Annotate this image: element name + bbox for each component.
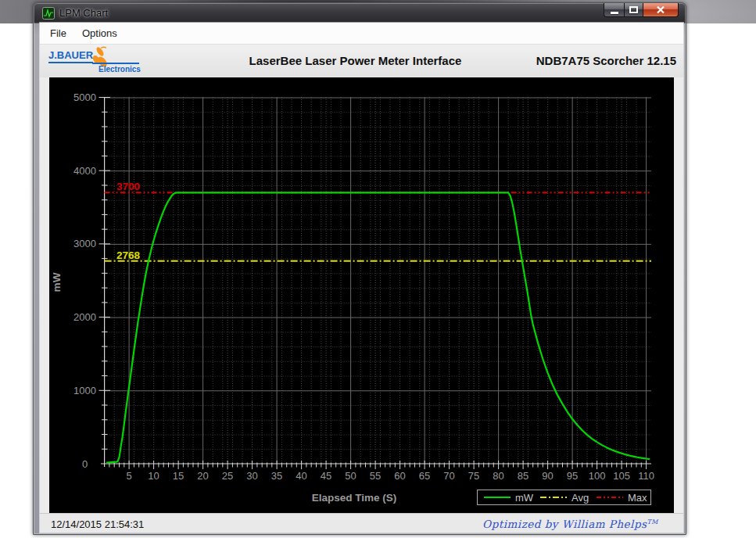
status-datetime: 12/14/2015 21:54:31: [51, 518, 144, 530]
maximize-button[interactable]: [624, 3, 643, 17]
svg-text:25: 25: [222, 470, 233, 482]
window-title: LPM Chart: [59, 7, 108, 19]
app-window: LPM Chart File Options J.BAUER: [33, 2, 686, 535]
svg-text:110: 110: [638, 470, 654, 482]
svg-text:mW: mW: [515, 492, 534, 504]
window-content: File Options J.BAUER Electronics: [40, 23, 683, 533]
menu-file[interactable]: File: [42, 24, 74, 42]
svg-text:55: 55: [370, 470, 381, 482]
status-bar: 12/14/2015 21:54:31 Optimized by William…: [40, 513, 683, 533]
svg-text:35: 35: [271, 470, 282, 482]
close-icon: [656, 5, 665, 14]
svg-text:5: 5: [126, 470, 131, 482]
svg-text:85: 85: [518, 470, 528, 482]
title-bar[interactable]: LPM Chart: [34, 3, 686, 23]
svg-text:15: 15: [173, 470, 184, 482]
svg-text:95: 95: [567, 470, 578, 482]
svg-text:30: 30: [246, 470, 257, 482]
app-icon: [42, 7, 55, 20]
svg-text:40: 40: [296, 470, 306, 482]
svg-text:3000: 3000: [73, 238, 96, 249]
svg-text:90: 90: [542, 470, 553, 482]
maximize-icon: [629, 6, 638, 13]
svg-text:mW: mW: [51, 272, 63, 292]
minimize-icon: [611, 12, 618, 14]
svg-text:3700: 3700: [116, 181, 140, 192]
minimize-button[interactable]: [604, 3, 624, 17]
header-band: J.BAUER Electronics LaserBee Laser Power…: [40, 44, 683, 77]
svg-text:10: 10: [148, 470, 159, 482]
menu-bar: File Options: [40, 23, 683, 44]
svg-text:45: 45: [321, 470, 331, 482]
svg-text:0: 0: [82, 458, 88, 470]
svg-text:Max: Max: [628, 492, 647, 504]
svg-text:Avg: Avg: [571, 492, 589, 504]
window-controls: [604, 3, 679, 18]
svg-text:5000: 5000: [73, 91, 96, 103]
close-button[interactable]: [643, 3, 679, 17]
svg-text:1000: 1000: [73, 385, 96, 396]
chart-panel: 5101520253035404550556065707580859095100…: [49, 77, 674, 513]
credit-signature: Optimized by William PhelpsTM: [482, 518, 658, 530]
svg-text:Elapsed Time (S): Elapsed Time (S): [312, 492, 397, 504]
svg-text:2000: 2000: [73, 311, 96, 323]
svg-text:60: 60: [394, 470, 405, 482]
svg-text:100: 100: [589, 470, 606, 482]
power-chart: 5101520253035404550556065707580859095100…: [49, 77, 674, 513]
menu-options[interactable]: Options: [74, 24, 125, 42]
svg-text:70: 70: [443, 470, 454, 482]
svg-text:80: 80: [493, 470, 503, 482]
svg-text:4000: 4000: [73, 165, 96, 177]
svg-text:105: 105: [613, 470, 630, 482]
svg-text:2768: 2768: [116, 249, 141, 261]
svg-text:50: 50: [345, 470, 356, 482]
device-version: NDB7A75 Scorcher 12.15: [536, 54, 676, 67]
svg-text:75: 75: [468, 470, 479, 482]
svg-text:65: 65: [419, 470, 430, 482]
svg-text:20: 20: [197, 470, 208, 482]
